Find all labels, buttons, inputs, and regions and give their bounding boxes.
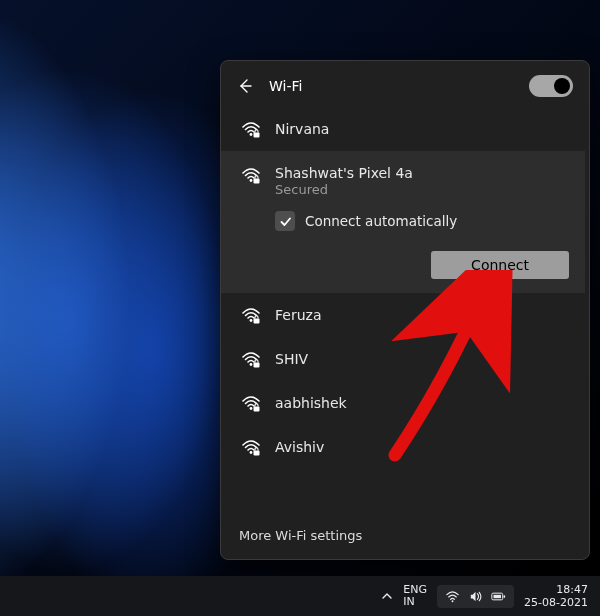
taskbar: ENG IN 18:47 25-08-2021 <box>0 576 600 616</box>
time: 18:47 <box>524 583 588 596</box>
svg-point-5 <box>250 319 253 322</box>
wifi-tray-icon <box>445 589 460 604</box>
network-list[interactable]: NirvanaShashwat's Pixel 4aSecuredConnect… <box>221 107 585 514</box>
network-name: Nirvana <box>275 121 329 137</box>
date: 25-08-2021 <box>524 596 588 609</box>
svg-point-7 <box>250 363 253 366</box>
tray-chevron-up-icon[interactable] <box>381 590 393 602</box>
wifi-secured-icon <box>241 165 261 185</box>
checkmark-icon <box>279 215 292 228</box>
network-item[interactable]: SHIV <box>221 337 585 381</box>
system-tray: ENG IN 18:47 25-08-2021 <box>381 583 588 609</box>
flyout-header: Wi-Fi <box>221 61 589 107</box>
svg-point-1 <box>250 133 253 136</box>
wifi-secured-icon <box>241 349 261 369</box>
network-item[interactable]: Avishiv <box>221 425 585 469</box>
svg-point-3 <box>250 179 253 182</box>
flyout-title: Wi-Fi <box>269 78 515 94</box>
network-list-wrap: NirvanaShashwat's Pixel 4aSecuredConnect… <box>221 107 589 514</box>
lang-line2: IN <box>403 596 427 608</box>
toggle-knob <box>554 78 570 94</box>
battery-tray-icon <box>491 589 506 604</box>
system-icons-pill[interactable] <box>437 585 514 608</box>
network-name: Avishiv <box>275 439 324 455</box>
connect-button[interactable]: Connect <box>431 251 569 279</box>
svg-point-13 <box>452 600 454 602</box>
svg-rect-8 <box>254 363 260 368</box>
wifi-secured-icon <box>241 119 261 139</box>
back-arrow-icon <box>237 78 253 94</box>
svg-rect-10 <box>254 407 260 412</box>
network-item[interactable]: Nirvana <box>221 107 585 151</box>
network-item[interactable]: aabhishek <box>221 381 585 425</box>
svg-rect-4 <box>254 179 260 184</box>
more-wifi-settings-link[interactable]: More Wi-Fi settings <box>221 514 589 559</box>
connect-auto-row[interactable]: Connect automatically <box>275 211 569 231</box>
clock[interactable]: 18:47 25-08-2021 <box>524 583 588 609</box>
network-name: SHIV <box>275 351 308 367</box>
language-indicator[interactable]: ENG IN <box>403 584 427 608</box>
speaker-tray-icon <box>468 589 483 604</box>
svg-rect-15 <box>504 595 506 598</box>
connect-auto-label: Connect automatically <box>305 213 457 229</box>
svg-rect-12 <box>254 451 260 456</box>
svg-rect-16 <box>494 594 502 597</box>
network-item[interactable]: Feruza <box>221 293 585 337</box>
network-name: Shashwat's Pixel 4a <box>275 165 413 181</box>
connect-auto-checkbox[interactable] <box>275 211 295 231</box>
network-name: aabhishek <box>275 395 347 411</box>
back-button[interactable] <box>235 76 255 96</box>
network-name: Feruza <box>275 307 321 323</box>
wifi-toggle[interactable] <box>529 75 573 97</box>
wifi-secured-icon <box>241 393 261 413</box>
svg-point-9 <box>250 407 253 410</box>
svg-rect-6 <box>254 319 260 324</box>
svg-rect-2 <box>254 133 260 138</box>
wifi-flyout: Wi-Fi NirvanaShashwat's Pixel 4aSecuredC… <box>220 60 590 560</box>
wifi-secured-icon <box>241 437 261 457</box>
svg-point-11 <box>250 451 253 454</box>
network-item-selected: Shashwat's Pixel 4aSecuredConnect automa… <box>221 151 585 293</box>
wifi-secured-icon <box>241 305 261 325</box>
network-status: Secured <box>275 182 413 197</box>
